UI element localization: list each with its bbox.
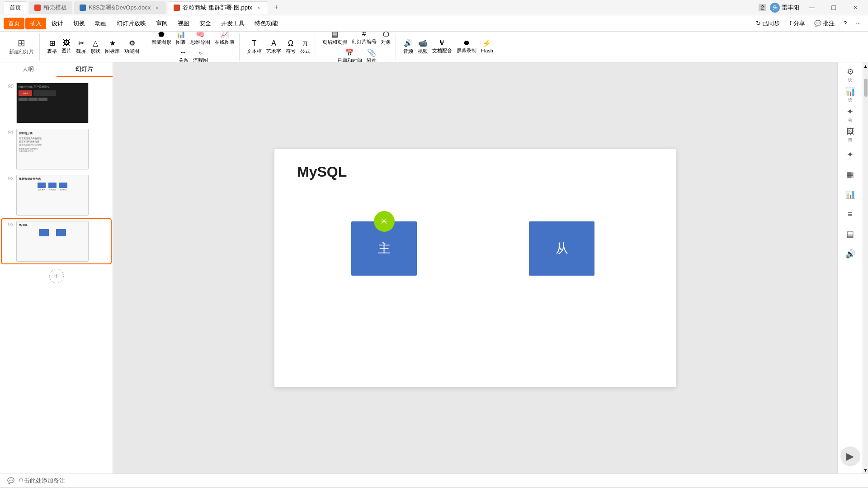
circle-symbol: ✳ — [380, 216, 388, 227]
tab-docx[interactable]: K8S部署&DevOps.docx × — [74, 1, 166, 14]
main-box[interactable]: ✳ 主 — [351, 221, 417, 276]
smart-graph-button[interactable]: ⬟ 智能图形 — [150, 32, 173, 47]
attachment-button[interactable]: 📎 附件 — [365, 47, 378, 63]
rp-list-button[interactable]: ≡ — [841, 205, 859, 223]
close-button[interactable]: × — [846, 1, 864, 14]
more-button[interactable]: ··· — [852, 19, 864, 28]
toolbar-text-row: T 文本框 A 艺术字 Ω 符号 π 公式 — [245, 38, 312, 56]
icon-lib-button[interactable]: ★ 图标库 — [103, 38, 122, 56]
minimize-button[interactable]: ─ — [803, 1, 821, 14]
template-icon — [34, 5, 41, 11]
online-chart-button[interactable]: 📈 在线图表 — [213, 32, 236, 47]
audio-button[interactable]: 🔊 音频 — [401, 38, 415, 56]
play-area: ▶ — [840, 446, 860, 466]
screen-rec-button[interactable]: ⏺ 屏幕录制 — [455, 38, 478, 56]
rp-design-button[interactable]: ⚙ 设 — [841, 66, 859, 84]
play-button[interactable]: ▶ — [840, 446, 860, 466]
rp-table-button[interactable]: ▤ — [841, 225, 859, 243]
tab-home-label: 首页 — [9, 4, 21, 12]
sync-icon: ↻ — [756, 20, 761, 27]
add-slide-button[interactable]: + — [49, 269, 64, 283]
textbox-button[interactable]: T 文本框 — [245, 38, 264, 56]
new-slide-button[interactable]: ⊞ 新建幻灯片 — [6, 36, 37, 58]
close-docx-button[interactable]: × — [153, 4, 160, 11]
slide-canvas[interactable]: MySQL ✳ 主 从 — [274, 149, 676, 387]
slide-num-icon: # — [362, 32, 366, 38]
menu-home[interactable]: 首页 — [4, 18, 24, 29]
flowchart-button[interactable]: ⬦ 流程图 — [191, 47, 210, 62]
sidebar-tab-outline[interactable]: 大纲 — [0, 62, 57, 77]
art-text-button[interactable]: A 艺术字 — [264, 38, 283, 56]
slide-item-90[interactable]: 90 Kubernetes-用户系统建立 服务A — [2, 81, 111, 125]
comment-button[interactable]: 💬 批注 — [811, 18, 838, 29]
flash-button[interactable]: ⚡ Flash — [479, 38, 495, 56]
formula-label: 公式 — [300, 48, 310, 55]
chart-button[interactable]: 📊 图表 — [174, 32, 188, 47]
textbox-icon: T — [252, 39, 257, 47]
green-circle[interactable]: ✳ — [374, 211, 395, 232]
menu-security[interactable]: 安全 — [195, 18, 216, 29]
formula-button[interactable]: π 公式 — [298, 38, 312, 56]
attachment-icon: 📎 — [367, 48, 376, 57]
symbol-icon: Ω — [288, 39, 293, 47]
share-button[interactable]: ⤴ 分享 — [785, 18, 809, 29]
video-button[interactable]: 📹 视频 — [416, 38, 429, 56]
rp-style-button[interactable]: ✦ — [841, 145, 859, 164]
mind-map-button[interactable]: 🧠 思维导图 — [189, 32, 212, 47]
image-button[interactable]: 🖼 图片 — [60, 38, 73, 56]
user-area: 头 雷丰阳 — [770, 3, 799, 13]
right-scrollbar[interactable]: ▲ ▼ — [863, 62, 868, 474]
menu-view[interactable]: 视图 — [173, 18, 194, 29]
menu-review[interactable]: 审阅 — [151, 18, 172, 29]
sync-button[interactable]: ↻ 已同步 — [752, 18, 783, 29]
menu-slideshow[interactable]: 幻灯片放映 — [112, 18, 151, 29]
function-button[interactable]: ⚙ 功能图 — [123, 38, 141, 56]
tab-pptx[interactable]: 谷粒商城-集群部署-图.pptx × — [168, 1, 268, 14]
rp-image-button[interactable]: 🖼 图 — [841, 126, 859, 144]
table-label: 表格 — [47, 48, 57, 55]
slide-item-93[interactable]: 93 MySQL — [2, 219, 111, 263]
table-button[interactable]: ⊞ 表格 — [45, 38, 59, 56]
toolbar-row1: ⊞ 表格 🖼 图片 ✂ 截屏 △ 形状 ★ 图标库 ⚙ 功能图 — [45, 38, 141, 56]
rp-chart-button[interactable]: 📊 — [841, 185, 859, 203]
rp-animation-button[interactable]: ✦ 动 — [841, 106, 859, 124]
slide-num-button[interactable]: # 幻灯片编号 — [350, 32, 378, 47]
object-button[interactable]: ⬡ 对象 — [379, 32, 393, 47]
tab-template[interactable]: 稻壳模板 — [29, 1, 72, 14]
function-label: 功能图 — [124, 48, 139, 55]
canvas-area: MySQL ✳ 主 从 — [113, 62, 837, 474]
close-pptx-button[interactable]: × — [255, 4, 262, 11]
new-slide-icon: ⊞ — [18, 38, 25, 47]
menu-insert[interactable]: 插入 — [25, 18, 46, 29]
main-box-label: 主 — [378, 240, 391, 257]
comment-bar[interactable]: 💬 单击此处添加备注 — [0, 474, 868, 487]
menu-special[interactable]: 特色功能 — [250, 18, 283, 29]
rp-grid-button[interactable]: ▦ — [841, 165, 859, 183]
scroll-thumb[interactable] — [864, 79, 868, 97]
menu-design[interactable]: 设计 — [47, 18, 68, 29]
header-footer-button[interactable]: ▤ 页眉和页脚 — [321, 32, 349, 47]
menu-transition[interactable]: 切换 — [69, 18, 90, 29]
shape-button[interactable]: △ 形状 — [89, 38, 102, 56]
tab-home[interactable]: 首页 — [4, 1, 27, 14]
scroll-up-button[interactable]: ▲ — [863, 62, 868, 70]
new-tab-button[interactable]: + — [270, 1, 283, 14]
sidebar-tabs: 大纲 幻灯片 — [0, 62, 113, 77]
slide-item-92[interactable]: 92 集群数据备份方式 主从复制 分片集群 — [2, 173, 111, 217]
scroll-down-button[interactable]: ▼ — [863, 466, 868, 474]
datetime-button[interactable]: 📅 日期和时间 — [335, 47, 364, 63]
secondary-box[interactable]: 从 — [529, 221, 594, 276]
symbol-button[interactable]: Ω 符号 — [284, 38, 297, 56]
table-icon: ⊞ — [49, 39, 55, 47]
sidebar-tab-slides[interactable]: 幻灯片 — [57, 62, 113, 77]
rp-audio-button[interactable]: 🔊 — [841, 245, 859, 263]
maximize-button[interactable]: □ — [825, 1, 843, 14]
rp-stats-button[interactable]: 📊 统 — [841, 86, 859, 104]
doc-sound-button[interactable]: 🎙 文档配音 — [430, 38, 454, 56]
help-button[interactable]: ? — [840, 19, 850, 28]
menu-devtools[interactable]: 开发工具 — [217, 18, 249, 29]
screenshot-button[interactable]: ✂ 截屏 — [74, 38, 88, 56]
relation-button[interactable]: ↔ 关系 — [177, 47, 190, 62]
slide-item-91[interactable]: 91 前后端分离 用于实现用户身份验证 配置管理和服务注册 分布式追踪和日志管理… — [2, 127, 111, 171]
menu-animation[interactable]: 动画 — [90, 18, 111, 29]
